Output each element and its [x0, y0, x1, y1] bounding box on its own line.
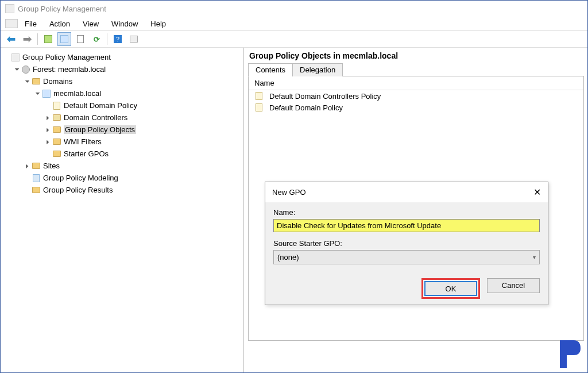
- toolbar-btn-1[interactable]: [41, 32, 55, 46]
- tree-root-label: Group Policy Management: [22, 53, 111, 61]
- gpo-icon: [254, 103, 264, 112]
- cancel-button[interactable]: Cancel: [487, 278, 540, 293]
- mmc-icon: [5, 19, 18, 28]
- nav-forward-button[interactable]: ➡: [20, 32, 34, 46]
- tree-domains[interactable]: ⏷Domains: [24, 75, 242, 87]
- nav-back-button[interactable]: ⬅: [4, 32, 18, 46]
- starter-gpo-dropdown[interactable]: (none) ▾: [273, 250, 540, 264]
- tree-results[interactable]: Group Policy Results: [24, 184, 242, 196]
- tree-domain-label: mecmlab.local: [53, 89, 101, 98]
- list-item[interactable]: Default Domain Policy: [249, 102, 583, 113]
- tree-default-policy-label: Default Domain Policy: [64, 101, 137, 110]
- tree-domain[interactable]: ⏷mecmlab.local: [34, 87, 242, 99]
- dialog-buttons: OK Cancel: [265, 272, 548, 305]
- console-tree[interactable]: Group Policy Management ⏷Forest: mecmlab…: [2, 51, 242, 196]
- tree-forest[interactable]: ⏷Forest: mecmlab.local: [13, 63, 242, 75]
- tree-wmi-label: WMI Filters: [64, 137, 102, 146]
- content-tabs: Contents Delegation: [248, 63, 584, 76]
- gpo-icon: [52, 101, 61, 110]
- content-title: Group Policy Objects in mecmlab.local: [249, 51, 584, 60]
- folder-icon: [52, 125, 61, 134]
- tree-results-label: Group Policy Results: [43, 186, 113, 194]
- name-label: Name:: [273, 208, 540, 217]
- help-icon: ?: [114, 35, 122, 43]
- folder-up-icon: [44, 35, 52, 43]
- ou-icon: [52, 113, 61, 122]
- window-icon: [130, 36, 138, 43]
- refresh-icon: ⟳: [94, 35, 100, 44]
- dialog-titlebar: New GPO ✕: [265, 182, 548, 202]
- tree-dc-label: Domain Controllers: [64, 113, 127, 122]
- toolbar-btn-delete[interactable]: [74, 32, 87, 46]
- toolbar-btn-2[interactable]: [57, 32, 71, 46]
- folder-icon: [32, 77, 41, 86]
- chevron-down-icon: ▾: [533, 254, 536, 260]
- toolbar-btn-extra[interactable]: [127, 32, 141, 46]
- starter-gpo-label: Source Starter GPO:: [273, 239, 540, 248]
- tree-modeling[interactable]: Group Policy Modeling: [24, 172, 242, 184]
- menu-window[interactable]: Window: [106, 18, 144, 29]
- tree-forest-label: Forest: mecmlab.local: [33, 65, 106, 74]
- tree-modeling-label: Group Policy Modeling: [43, 174, 118, 182]
- toolbar-btn-refresh[interactable]: ⟳: [90, 32, 103, 46]
- app-icon: [5, 4, 14, 13]
- gpo-icon: [254, 91, 264, 101]
- tab-contents[interactable]: Contents: [248, 63, 293, 76]
- list-item-label: Default Domain Controllers Policy: [269, 92, 381, 101]
- tree-root[interactable]: Group Policy Management: [3, 51, 242, 63]
- tree-gpo-label: Group Policy Objects: [64, 125, 136, 134]
- tree-domains-label: Domains: [43, 77, 72, 86]
- tree-sites-label: Sites: [43, 161, 60, 170]
- menu-bar: File Action View Window Help: [1, 17, 587, 30]
- dialog-body: Name: Source Starter GPO: (none) ▾: [265, 202, 548, 272]
- ok-button[interactable]: OK: [424, 281, 477, 296]
- arrow-right-icon: ➡: [23, 33, 32, 45]
- folder-icon: [52, 149, 61, 159]
- folder-icon: [32, 161, 41, 171]
- properties-icon: [60, 35, 68, 43]
- list-item-label: Default Domain Policy: [269, 103, 343, 112]
- ok-highlight-frame: OK: [421, 278, 480, 299]
- menu-action[interactable]: Action: [44, 18, 76, 29]
- separator: [107, 33, 107, 45]
- domain-icon: [42, 89, 51, 98]
- results-icon: [32, 186, 41, 195]
- menu-file[interactable]: File: [19, 18, 42, 29]
- tab-delegation[interactable]: Delegation: [292, 63, 343, 76]
- clipboard-icon: [77, 35, 84, 43]
- modeling-icon: [32, 174, 41, 183]
- new-gpo-dialog: New GPO ✕ Name: Source Starter GPO: (non…: [265, 182, 548, 305]
- separator: [37, 33, 38, 45]
- list-item[interactable]: Default Domain Controllers Policy: [249, 90, 583, 102]
- menu-help[interactable]: Help: [145, 18, 172, 29]
- tree-sites[interactable]: ⏵Sites: [24, 160, 242, 172]
- tree-starter[interactable]: Starter GPOs: [44, 148, 242, 160]
- window-title: Group Policy Management: [18, 5, 106, 13]
- tree-domain-controllers[interactable]: ⏵Domain Controllers: [44, 111, 242, 124]
- folder-icon: [52, 137, 61, 147]
- arrow-left-icon: ⬅: [7, 33, 16, 45]
- toolbar-btn-help[interactable]: ?: [111, 32, 125, 46]
- gpo-name-input[interactable]: [273, 219, 540, 232]
- tree-wmi[interactable]: ⏵WMI Filters: [44, 136, 242, 148]
- menu-view[interactable]: View: [77, 18, 105, 29]
- tree-default-policy[interactable]: Default Domain Policy: [44, 99, 242, 111]
- close-icon[interactable]: ✕: [533, 187, 541, 198]
- title-bar: Group Policy Management: [1, 1, 587, 17]
- console-icon: [11, 53, 20, 62]
- starter-gpo-value: (none): [277, 253, 299, 262]
- watermark-logo: [556, 338, 585, 370]
- column-name[interactable]: Name: [249, 76, 583, 90]
- toolbar: ⬅ ➡ ⟳ ?: [1, 30, 587, 48]
- tree-pane: Group Policy Management ⏷Forest: mecmlab…: [1, 48, 244, 372]
- forest-icon: [21, 65, 30, 74]
- dialog-title-text: New GPO: [272, 188, 306, 197]
- tree-starter-label: Starter GPOs: [64, 149, 109, 158]
- tree-gpo[interactable]: ⏵Group Policy Objects: [44, 124, 242, 136]
